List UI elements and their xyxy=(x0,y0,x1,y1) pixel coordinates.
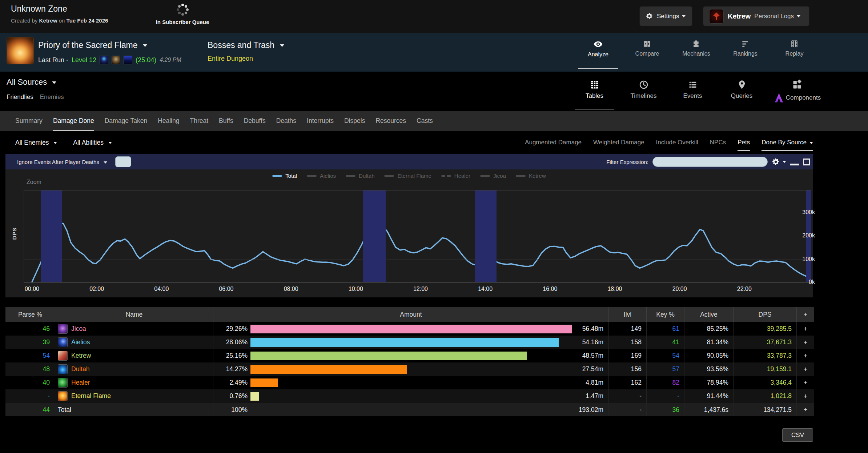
column-header-parse[interactable]: Parse % xyxy=(5,307,55,322)
filter-link-npcs[interactable]: NPCs xyxy=(710,139,726,146)
source-selector[interactable]: All Sources xyxy=(7,77,56,87)
dps-plot[interactable]: 0k100k200k300k00:0002:0004:0006:0008:001… xyxy=(24,190,811,282)
column-header-amount[interactable]: Amount xyxy=(213,307,608,322)
maximize-icon[interactable] xyxy=(803,159,810,165)
tab-debuffs[interactable]: Debuffs xyxy=(244,111,266,131)
dps-cell: 19,159.1 xyxy=(733,362,796,376)
ignore-deaths-dropdown[interactable]: Ignore Events After Player Deaths xyxy=(17,159,107,165)
expand-row-button[interactable]: + xyxy=(796,389,814,403)
friendlies-link[interactable]: Friendlies xyxy=(7,93,33,101)
view-item-components[interactable]: Components xyxy=(766,72,828,111)
tab-summary[interactable]: Summary xyxy=(15,111,43,131)
boss-filter-selector[interactable]: Bosses and Trash xyxy=(208,40,284,50)
all-abilities-dropdown[interactable]: All Abilities xyxy=(73,139,112,147)
column-header-[interactable]: + xyxy=(796,307,814,322)
caret-down-icon xyxy=(52,81,56,84)
minimize-icon[interactable] xyxy=(790,164,799,165)
report-author[interactable]: Ketrew xyxy=(39,17,57,24)
map-pin-icon xyxy=(737,80,747,90)
expand-row-button[interactable]: + xyxy=(796,362,814,376)
player-name-link[interactable]: Ketrew xyxy=(71,352,91,360)
legend-item-dultah[interactable]: Dultah xyxy=(346,173,374,179)
tab-damage-taken[interactable]: Damage Taken xyxy=(105,111,147,131)
enemies-link[interactable]: Enemies xyxy=(40,93,64,101)
affix-icon-2 xyxy=(112,56,120,64)
amount-percent: 25.16% xyxy=(213,352,248,360)
nav-item-compare[interactable]: Compare xyxy=(623,33,672,72)
active-percent-cell: 91.44% xyxy=(684,389,733,403)
table-row-ketrew[interactable]: 54Ketrew25.16%48.57m1695490.05%33,787.3+ xyxy=(5,349,814,362)
column-header-ilvl[interactable]: Ilvl xyxy=(608,307,646,322)
x-axis-tick-06-00: 06:00 xyxy=(210,286,242,292)
filter-link-augmented-damage[interactable]: Augmented Damage xyxy=(525,139,582,146)
table-row-jicoa[interactable]: 46Jicoa29.26%56.48m1496185.25%39,285.5+ xyxy=(5,322,814,336)
legend-item-total[interactable]: Total xyxy=(272,173,297,179)
nav-item-analyze[interactable]: Analyze xyxy=(574,33,623,72)
table-row-eternal-flame[interactable]: -Eternal Flame0.76%1.47m--91.44%1,021.8+ xyxy=(5,389,814,403)
filter-link-include-overkill[interactable]: Include Overkill xyxy=(656,139,698,146)
settings-button[interactable]: Settings xyxy=(639,6,692,26)
eye-icon xyxy=(593,39,603,49)
ignore-deaths-input[interactable] xyxy=(115,156,131,167)
expand-row-button[interactable]: + xyxy=(796,336,814,349)
table-row-total[interactable]: 44Total100%193.02m-361,437.6s134,271.5+ xyxy=(5,403,814,416)
expand-row-button[interactable]: + xyxy=(796,322,814,336)
column-header-active[interactable]: Active xyxy=(684,307,733,322)
table-row-aielios[interactable]: 39Aielios28.06%54.16m1584181.34%37,671.3… xyxy=(5,336,814,349)
tab-casts[interactable]: Casts xyxy=(417,111,433,131)
legend-item-jicoa[interactable]: Jicoa xyxy=(480,173,506,179)
player-name-link[interactable]: Dultah xyxy=(71,365,90,373)
csv-export-button[interactable]: CSV xyxy=(782,428,813,442)
key-percent-cell: 54 xyxy=(646,349,684,362)
name-cell: Eternal Flame xyxy=(55,389,213,403)
column-header-key[interactable]: Key % xyxy=(646,307,684,322)
tab-resources[interactable]: Resources xyxy=(375,111,406,131)
tab-damage-done[interactable]: Damage Done xyxy=(53,111,94,131)
legend-item-aielios[interactable]: Aielios xyxy=(307,173,336,179)
active-percent-cell: 90.05% xyxy=(684,349,733,362)
legend-item-healer[interactable]: Healer xyxy=(441,173,470,179)
top-header: Unknown Zone Created by Ketrew on Tue Fe… xyxy=(0,0,868,33)
filter-link-weighted-damage[interactable]: Weighted Damage xyxy=(593,139,644,146)
tab-dispels[interactable]: Dispels xyxy=(344,111,365,131)
expand-row-button[interactable]: + xyxy=(796,349,814,362)
column-header-name[interactable]: Name xyxy=(55,307,213,322)
tab-deaths[interactable]: Deaths xyxy=(276,111,296,131)
view-item-queries[interactable]: Queries xyxy=(717,72,766,111)
nav-label: Events xyxy=(683,92,702,100)
legend-item-eternal-flame[interactable]: Eternal Flame xyxy=(384,173,431,179)
tab-threat[interactable]: Threat xyxy=(190,111,208,131)
view-item-tables[interactable]: Tables xyxy=(570,72,619,111)
nav-item-replay[interactable]: Replay xyxy=(770,33,819,72)
column-header-dps[interactable]: DPS xyxy=(733,307,796,322)
nav-item-mechanics[interactable]: Mechanics xyxy=(672,33,721,72)
player-name-link[interactable]: Jicoa xyxy=(71,325,86,333)
tab-healing[interactable]: Healing xyxy=(158,111,179,131)
chart-settings-button[interactable] xyxy=(772,158,786,166)
tab-buffs[interactable]: Buffs xyxy=(219,111,233,131)
view-item-timelines[interactable]: Timelines xyxy=(619,72,668,111)
legend-item-ketrew[interactable]: Ketrew xyxy=(516,173,546,179)
expand-row-button[interactable]: + xyxy=(796,376,814,389)
player-name-link[interactable]: Aielios xyxy=(71,338,90,346)
view-item-events[interactable]: Events xyxy=(668,72,717,111)
fight-selector[interactable]: Priory of the Sacred Flame xyxy=(38,40,147,50)
all-enemies-dropdown[interactable]: All Enemies xyxy=(15,139,57,147)
expand-row-button[interactable]: + xyxy=(796,403,814,416)
nav-item-rankings[interactable]: Rankings xyxy=(721,33,770,72)
table-row-dultah[interactable]: 48Dultah14.27%27.54m1565793.56%19,159.1+ xyxy=(5,362,814,376)
phase-filter-link[interactable]: Entire Dungeon xyxy=(208,55,284,63)
user-menu-button[interactable]: Ketrew Personal Logs xyxy=(703,6,809,26)
ilvl-cell: 156 xyxy=(608,362,646,376)
horde-faction-icon xyxy=(709,9,724,24)
table-row-healer[interactable]: 40Healer2.49%4.81m1628278.94%3,346.4+ xyxy=(5,376,814,389)
filter-expression-input[interactable] xyxy=(652,157,768,167)
player-name-link[interactable]: Eternal Flame xyxy=(71,392,111,400)
filter-link-pets[interactable]: Pets xyxy=(738,139,750,146)
player-name-link[interactable]: Healer xyxy=(71,379,90,386)
total-dps-line xyxy=(32,223,809,282)
filter-link-done-by-source[interactable]: Done By Source xyxy=(761,139,813,146)
tab-interrupts[interactable]: Interrupts xyxy=(307,111,334,131)
byline-mid: on xyxy=(59,17,65,24)
compare-icon xyxy=(643,39,652,48)
